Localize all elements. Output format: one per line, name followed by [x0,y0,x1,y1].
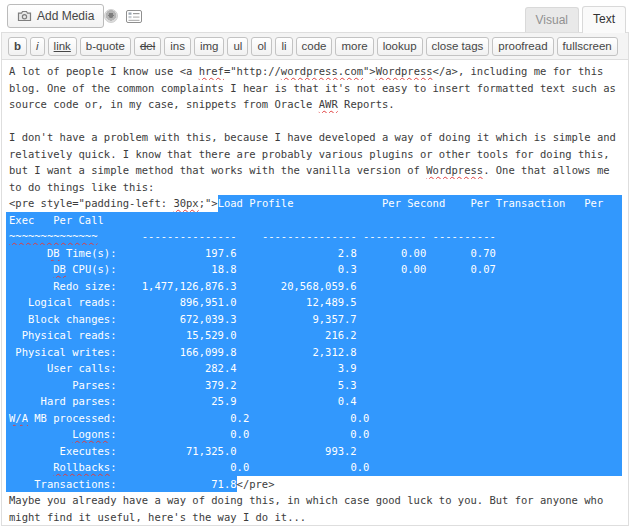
tab-text[interactable]: Text [582,6,626,33]
quicktag-li-button[interactable]: li [275,37,292,56]
editor-text: but I want a simple method that works wi… [6,162,426,179]
quicktag-fullscreen-button[interactable]: fullscreen [557,37,618,56]
selected-text: User calls: 282.4 3.9 [6,360,622,377]
editor-text: might find it useful, here's the way I d… [6,509,306,526]
quicktag-del-button[interactable]: del [134,37,161,56]
add-media-label: Add Media [37,9,94,23]
editor-text: . One that allows me [483,162,609,179]
editor-line: Block changes: 672,039.3 9,357.7 [6,311,622,328]
selected-text [6,426,72,443]
editor-line: source code or, in my case, snippets fro… [6,96,622,113]
editor-text: 30px [173,195,198,212]
editor-text: source code or, in my case, snippets fro… [6,96,319,113]
quicktag-ol-button[interactable]: ol [251,37,272,56]
editor-text: relatively quick. I know that there are … [6,146,610,163]
editor-text: AWR [319,96,338,113]
editor-line: DB CPU(s): 18.8 0.3 0.00 0.07 [6,261,622,278]
selected-text: Redo size: 1,477,126,876.3 20,568,059.6 [6,278,622,295]
editor-line [6,113,622,130]
editor-text: Wordpress [376,63,433,80]
selected-text: Load Profile Per Second Per Transaction … [218,195,622,212]
editor-text: Reports. [338,96,395,113]
camera-icon [17,10,32,22]
selected-text: Transactions: 71.8 [6,476,237,493]
quicktag-code-button[interactable]: code [296,37,333,56]
editor-line: Parses: 379.2 5.3 [6,377,622,394]
selected-text: DB [47,245,60,262]
editor-text: wordpress.com [281,63,363,80]
editor-line: Transactions: 71.8</pre> [6,476,622,493]
editor-line: DB Time(s): 197.6 2.8 0.00 0.70 [6,245,622,262]
add-media-button[interactable]: Add Media [7,4,104,28]
editor-line: Executes: 71,325.0 993.2 [6,443,622,460]
wordpress-post-editor: Add Media Visual Text bilinkb-quotedelin… [0,0,630,526]
selected-text: Logical reads: 896,951.0 12,489.5 [6,294,622,311]
editor-text: I don't have a problem with this, becaus… [6,129,616,146]
selected-text: : 0.0 0.0 [110,459,622,476]
editor-text: A lot of people I know use <a [6,63,199,80]
editor-line: Physical reads: 15,529.0 216.2 [6,327,622,344]
tab-visual[interactable]: Visual [525,7,579,33]
editor-text: href [199,63,224,80]
editor-text: </pre> [237,476,275,493]
selected-text: Block changes: 672,039.3 9,357.7 [6,311,622,328]
selected-text: DB [53,261,66,278]
media-bar: Add Media Visual Text [0,0,630,32]
editor-text: to do things like this: [6,179,154,196]
quicktag-lookup-button[interactable]: lookup [377,37,423,56]
quicktags-toolbar: bilinkb-quotedelinsimgulollicodemorelook… [2,33,628,60]
circle-icon[interactable] [104,9,118,23]
quicktag-b-button[interactable]: b [8,37,27,56]
editor-text: "> [363,63,376,80]
editor-line: User calls: 282.4 3.9 [6,360,622,377]
selected-text: CPU(s): 18.8 0.3 0.00 0.07 [66,261,622,278]
editor-text: Wordpress [426,162,483,179]
quicktag-ins-button[interactable]: ins [164,37,191,56]
selected-text: Time(s): 197.6 2.8 0.00 0.70 [60,245,622,262]
selected-text: --------------- --------------- --------… [98,228,622,245]
quicktag-img-button[interactable]: img [194,37,225,56]
editor-text: ;"> [199,195,218,212]
editor-line: ~~~~~~~~~~~~~~ --------------- ---------… [6,228,622,245]
quicktag-link-button[interactable]: link [48,37,77,56]
editor-text: </a>, including me for this [433,63,604,80]
editor-line: Logical reads: 896,951.0 12,489.5 [6,294,622,311]
selected-text [6,245,47,262]
post-content-textarea[interactable]: A lot of people I know use <a href="http… [2,60,628,525]
editor-line: blog. One of the common complaints I hea… [6,80,622,97]
selected-text: Rollbacks [53,459,110,476]
editor-line: might find it useful, here's the way I d… [6,509,622,526]
form-table-icon[interactable] [126,10,142,23]
selected-text: ~~~~~~~~~~~~~~ [6,228,98,245]
quicktag-close-tags-button[interactable]: close tags [426,37,490,56]
quicktag-proofread-button[interactable]: proofread [492,37,553,56]
editor-line: relatively quick. I know that there are … [6,146,622,163]
selected-text: W/A [6,410,28,427]
editor-line: A lot of people I know use <a href="http… [6,63,622,80]
editor-line: Redo size: 1,477,126,876.3 20,568,059.6 [6,278,622,295]
editor-mode-tabs: Visual Text [525,6,626,33]
selected-text: Exec Per Call [6,212,622,229]
quicktag-b-quote-button[interactable]: b-quote [80,37,131,56]
selected-text: Physical writes: 166,099.8 2,312.8 [6,344,622,361]
selected-text: Hard parses: 25.9 0.4 [6,393,622,410]
quicktag-more-button[interactable]: more [335,37,373,56]
editor-line: Logons: 0.0 0.0 [6,426,622,443]
editor-line: Exec Per Call [6,212,622,229]
selected-text: Logons [72,426,110,443]
quicktag-ul-button[interactable]: ul [227,37,248,56]
editor-text: blog. One of the common complaints I hea… [6,80,616,97]
editor-line: but I want a simple method that works wi… [6,162,622,179]
editor-text: Maybe you already have a way of doing th… [6,492,603,509]
editor-frame: bilinkb-quotedelinsimgulollicodemorelook… [1,32,629,526]
selected-text: Physical reads: 15,529.0 216.2 [6,327,622,344]
editor-line: to do things like this: [6,179,622,196]
selected-text [6,261,53,278]
quicktag-i-button[interactable]: i [30,37,45,56]
editor-line: Hard parses: 25.9 0.4 [6,393,622,410]
selected-text [6,459,53,476]
selected-text: Parses: 379.2 5.3 [6,377,622,394]
editor-line: I don't have a problem with this, becaus… [6,129,622,146]
editor-line: Rollbacks: 0.0 0.0 [6,459,622,476]
editor-text: <pre style="padding-left: [6,195,173,212]
